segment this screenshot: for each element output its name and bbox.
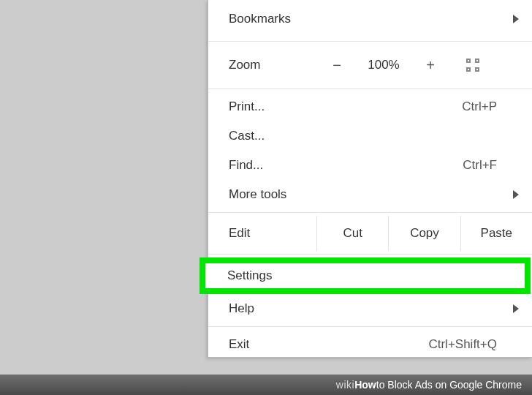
- cast-label: Cast...: [229, 129, 265, 143]
- bookmarks-label: Bookmarks: [229, 12, 291, 26]
- settings-label: Settings: [227, 268, 272, 283]
- menu-separator: [208, 89, 532, 89]
- submenu-arrow-icon: [513, 190, 519, 199]
- zoom-in-button[interactable]: +: [410, 57, 451, 74]
- zoom-label: Zoom: [229, 58, 316, 72]
- cut-button[interactable]: Cut: [316, 216, 388, 251]
- menu-separator: [208, 212, 532, 213]
- wikihow-watermark: wikiHow to Block Ads on Google Chrome: [0, 375, 532, 395]
- menu-item-more-tools[interactable]: More tools: [208, 180, 532, 209]
- fullscreen-icon: [466, 59, 479, 72]
- submenu-arrow-icon: [513, 304, 519, 313]
- find-shortcut: Ctrl+F: [463, 158, 514, 173]
- menu-separator: [208, 254, 532, 255]
- exit-shortcut: Ctrl+Shift+Q: [428, 337, 514, 352]
- menu-item-find[interactable]: Find... Ctrl+F: [208, 151, 532, 180]
- print-label: Print...: [229, 99, 265, 114]
- menu-item-bookmarks[interactable]: Bookmarks: [208, 0, 532, 38]
- zoom-out-button[interactable]: −: [316, 57, 357, 74]
- watermark-wiki: wiki: [336, 379, 354, 391]
- paste-button[interactable]: Paste: [460, 216, 532, 251]
- chrome-overflow-menu: Bookmarks Zoom − 100% + Print... Ctrl+P …: [208, 0, 532, 358]
- menu-item-exit[interactable]: Exit Ctrl+Shift+Q: [208, 330, 532, 359]
- watermark-how: How: [354, 379, 376, 391]
- menu-item-print[interactable]: Print... Ctrl+P: [208, 92, 532, 121]
- menu-item-edit: Edit Cut Copy Paste: [208, 216, 532, 251]
- print-shortcut: Ctrl+P: [462, 99, 514, 114]
- submenu-arrow-icon: [513, 15, 519, 23]
- edit-label: Edit: [208, 226, 316, 241]
- exit-label: Exit: [229, 337, 249, 352]
- fullscreen-button[interactable]: [451, 59, 495, 72]
- menu-item-settings-highlighted[interactable]: Settings: [208, 257, 532, 294]
- help-label: Help: [229, 301, 254, 316]
- watermark-title: to Block Ads on Google Chrome: [376, 379, 522, 391]
- more-tools-label: More tools: [229, 187, 286, 202]
- menu-item-help[interactable]: Help: [208, 294, 532, 323]
- menu-separator: [208, 326, 532, 327]
- copy-button[interactable]: Copy: [388, 216, 460, 251]
- menu-item-zoom: Zoom − 100% +: [208, 45, 532, 86]
- zoom-percent: 100%: [357, 58, 410, 72]
- menu-separator: [208, 41, 532, 42]
- menu-item-cast[interactable]: Cast...: [208, 121, 532, 151]
- find-label: Find...: [229, 158, 263, 173]
